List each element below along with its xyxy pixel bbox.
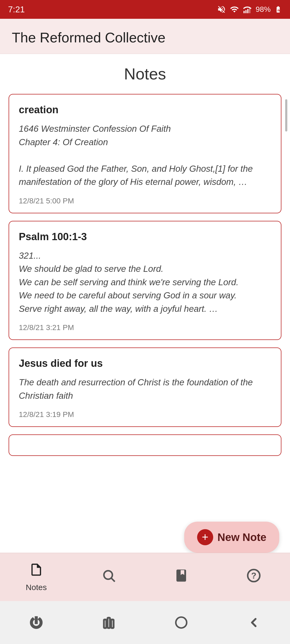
new-note-button[interactable]: + New Note xyxy=(184,522,279,553)
note-content-3: The death and resurrection of Christ is … xyxy=(19,376,271,402)
svg-rect-9 xyxy=(108,618,110,628)
fab-container: + New Note xyxy=(184,522,279,553)
status-bar: 7:21 98% xyxy=(0,0,290,19)
status-time: 7:21 xyxy=(8,5,25,14)
signal-icon xyxy=(243,5,252,14)
sys-power-btn[interactable] xyxy=(27,613,46,632)
svg-rect-1 xyxy=(245,10,247,13)
system-nav xyxy=(0,601,290,644)
status-icons: 98% xyxy=(217,5,282,14)
svg-rect-10 xyxy=(111,620,114,628)
book-icon xyxy=(174,568,189,583)
nav-item-reading[interactable] xyxy=(162,568,200,586)
scroll-indicator xyxy=(285,99,287,131)
notes-nav-icon xyxy=(29,562,44,580)
note-content-1: 1646 Westminster Confession Of FaithChap… xyxy=(19,122,271,189)
note-card-1[interactable]: creation 1646 Westminster Confession Of … xyxy=(9,94,281,213)
search-nav-icon xyxy=(102,568,116,586)
note-title-1: creation xyxy=(19,104,271,116)
home-circle-icon xyxy=(174,615,189,630)
wifi-icon xyxy=(230,5,239,14)
book-nav-icon xyxy=(174,568,189,586)
bottom-nav: Notes ? xyxy=(0,553,290,601)
fab-label: New Note xyxy=(218,531,266,543)
svg-rect-8 xyxy=(104,620,106,628)
page-title-bar: Notes xyxy=(0,54,290,91)
note-title-3: Jesus died for us xyxy=(19,358,271,369)
note-date-3: 12/8/21 3:19 PM xyxy=(19,410,271,419)
note-card-3[interactable]: Jesus died for us The death and resurrec… xyxy=(9,347,281,427)
battery-indicator: 98% xyxy=(256,5,271,14)
recents-icon xyxy=(102,615,116,630)
note-card-2[interactable]: Psalm 100:1-3 321...We should be glad to… xyxy=(9,221,281,340)
help-nav-icon: ? xyxy=(247,568,261,586)
svg-rect-2 xyxy=(247,9,248,13)
svg-point-4 xyxy=(104,571,113,579)
svg-line-5 xyxy=(111,578,115,581)
power-icon xyxy=(29,615,44,630)
note-date-1: 12/8/21 5:00 PM xyxy=(19,197,271,205)
note-date-2: 12/8/21 3:21 PM xyxy=(19,323,271,332)
notes-nav-label: Notes xyxy=(26,583,47,592)
sys-recents-btn[interactable] xyxy=(99,613,118,632)
charging-icon xyxy=(274,6,282,13)
note-card-partial[interactable] xyxy=(9,434,281,456)
file-icon xyxy=(29,562,44,577)
app-title: The Reformed Collective xyxy=(12,30,278,46)
svg-rect-0 xyxy=(244,11,245,13)
help-icon: ? xyxy=(247,568,261,583)
mute-icon xyxy=(217,5,226,14)
note-content-2: 321...We should be glad to serve the Lor… xyxy=(19,249,271,316)
nav-item-help[interactable]: ? xyxy=(235,568,273,586)
svg-text:?: ? xyxy=(251,571,256,580)
svg-rect-3 xyxy=(249,8,250,13)
sys-back-btn[interactable] xyxy=(244,613,263,632)
svg-point-11 xyxy=(176,617,187,628)
note-title-2: Psalm 100:1-3 xyxy=(19,231,271,243)
sys-home-btn[interactable] xyxy=(172,613,191,632)
search-icon xyxy=(102,568,116,583)
back-icon xyxy=(247,615,261,630)
notes-list: creation 1646 Westminster Confession Of … xyxy=(0,91,290,531)
app-header: The Reformed Collective xyxy=(0,19,290,54)
fab-plus-icon: + xyxy=(197,529,213,545)
nav-item-search[interactable] xyxy=(90,568,128,586)
nav-item-notes[interactable]: Notes xyxy=(17,562,55,592)
page-title: Notes xyxy=(0,65,290,83)
